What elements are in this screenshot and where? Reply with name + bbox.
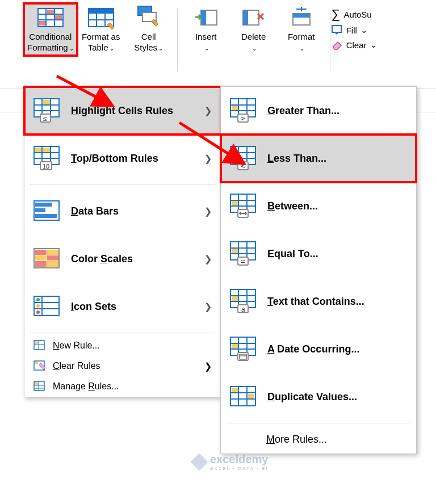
svg-rect-45 [47,250,58,255]
new-rule-icon [33,340,46,351]
cell-styles-label: Cell Styles⌄ [134,32,163,53]
format-button[interactable]: Format⌄ [278,3,325,56]
format-as-table-label: Format as Table⌄ [82,32,120,53]
svg-rect-112 [232,344,238,348]
svg-rect-42 [35,214,57,218]
menu-item-label: Duplicate Values... [267,391,357,403]
menu-item-label: Manage Rules... [53,381,119,392]
manage-rules-item[interactable]: Manage Rules... [24,376,221,397]
conditional-formatting-button[interactable]: Conditional Formatting⌄ [24,3,77,56]
eraser-icon [332,40,343,50]
menu-item-label: Equal To... [267,248,318,260]
top-bottom-rules-item[interactable]: 10 Top/Bottom Rules ❯ [24,135,221,182]
between-item[interactable]: Between... [221,182,416,230]
menu-item-label: Icon Sets [71,301,116,313]
svg-rect-20 [293,14,310,18]
color-scales-icon [33,246,61,271]
icon-sets-icon [33,294,61,319]
svg-text:≤: ≤ [43,115,47,123]
svg-point-55 [36,304,40,308]
greater-than-icon: > [230,98,257,123]
svg-text:>: > [241,114,245,123]
format-label: Format⌄ [288,32,315,53]
ribbon-divider [177,9,178,72]
svg-rect-64 [35,382,38,385]
insert-button[interactable]: Insert⌄ [182,3,230,56]
svg-rect-41 [35,208,45,212]
insert-label: Insert⌄ [195,32,217,53]
sigma-icon: ∑ [332,8,341,20]
new-rule-item[interactable]: New Rule... [24,335,221,356]
text-contains-icon: a [230,289,257,314]
clear-rules-item[interactable]: Clear Rules ❯ [24,356,221,376]
highlight-cells-rules-item[interactable]: ≤ Highlight Cells Rules ❯ [24,87,221,135]
top-bottom-icon: 10 [33,146,61,171]
svg-rect-73 [232,106,238,110]
data-bars-item[interactable]: Data Bars ❯ [24,187,221,235]
chevron-right-icon: ❯ [204,153,212,164]
format-as-table-icon [88,6,114,30]
svg-rect-44 [35,250,47,255]
svg-rect-89 [232,201,238,205]
icon-sets-item[interactable]: Icon Sets ❯ [24,283,221,330]
equal-to-item[interactable]: = Equal To... [221,230,416,278]
menu-item-label: Top/Bottom Rules [71,153,158,165]
svg-text:=: = [241,257,245,266]
text-contains-item[interactable]: a Text that Contains... [221,278,416,325]
svg-rect-122 [248,394,254,398]
svg-rect-49 [47,261,58,267]
greater-than-item[interactable]: > Greater Than... [221,87,416,135]
svg-rect-47 [47,255,58,261]
svg-rect-18 [243,10,248,25]
svg-rect-121 [232,388,238,392]
cell-styles-icon [136,6,162,30]
svg-text:<: < [241,162,245,170]
svg-rect-96 [232,249,238,253]
delete-icon [241,6,267,30]
chevron-right-icon: ❯ [204,206,212,217]
svg-rect-27 [43,100,50,104]
styles-group: Conditional Formatting⌄ Format as Table⌄… [20,3,176,56]
autosum-button[interactable]: ∑AutoSu [332,8,378,20]
watermark-logo-icon [190,453,208,471]
ribbon: Conditional Formatting⌄ Format as Table⌄… [0,0,436,89]
delete-label: Delete⌄ [241,32,266,53]
menu-item-label: Clear Rules [53,361,100,371]
svg-point-54 [36,298,40,301]
clear-rules-icon [33,360,46,372]
menu-item-label: Text that Contains... [267,296,364,308]
svg-rect-21 [332,26,341,32]
svg-rect-40 [35,203,52,207]
menu-item-label: Between... [267,200,318,212]
date-occurring-item[interactable]: A Date Occurring... [221,325,416,373]
svg-rect-32 [43,148,50,152]
fill-button[interactable]: Fill⌄ [332,25,378,35]
menu-item-label: Data Bars [71,205,119,217]
menu-item-label: A Date Occurring... [267,343,359,355]
format-as-table-button[interactable]: Format as Table⌄ [77,3,125,56]
conditional-formatting-menu: ≤ Highlight Cells Rules ❯ 10 Top/Bottom … [24,86,221,397]
less-than-item[interactable]: < Less Than... [221,135,416,182]
svg-rect-58 [35,341,38,344]
cells-group: Insert⌄ Delete⌄ Format⌄ [179,3,329,56]
menu-separator [227,423,410,423]
svg-rect-62 [35,362,38,364]
clear-button[interactable]: Clear⌄ [332,40,378,50]
cell-styles-button[interactable]: Cell Styles⌄ [125,3,173,56]
delete-button[interactable]: Delete⌄ [230,3,278,56]
menu-item-label: Highlight Cells Rules [71,105,173,117]
more-rules-item[interactable]: More Rules... [221,426,416,453]
svg-rect-46 [35,255,47,261]
color-scales-item[interactable]: Color Scales ❯ [24,235,221,283]
svg-rect-81 [232,153,238,158]
svg-rect-7 [39,21,45,26]
equal-to-icon: = [230,241,257,266]
conditional-formatting-icon [37,6,64,30]
manage-rules-icon [33,381,46,392]
chevron-right-icon: ❯ [204,254,212,264]
svg-rect-16 [201,10,206,25]
format-icon [288,6,315,30]
duplicate-values-item[interactable]: Duplicate Values... [221,373,416,421]
editing-group: ∑AutoSu Fill⌄ Clear⌄ [332,3,378,50]
menu-item-label: Less Than... [267,153,326,165]
